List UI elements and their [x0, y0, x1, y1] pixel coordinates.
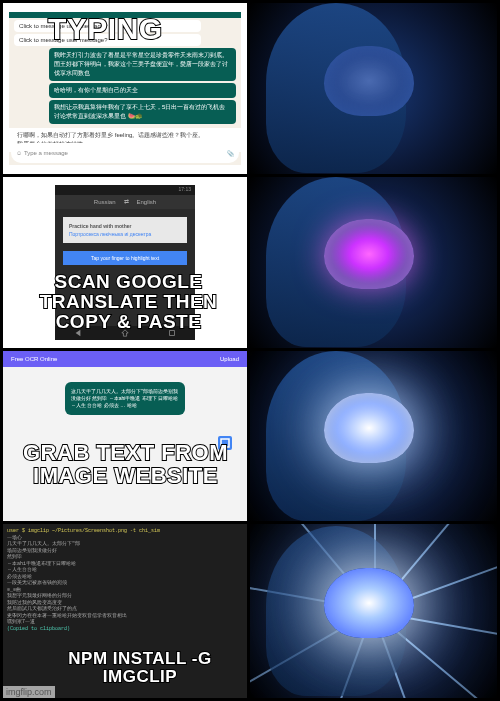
translate-title: Practice hand with mother [69, 223, 181, 229]
left-panel-3: Free OCR Online Upload 这几天干了几几天人。太部分下"部场… [3, 351, 250, 522]
caption-4: NPM INSTALL -G IMGCLIP [33, 650, 247, 686]
ocr-website-mockup: Free OCR Online Upload 这几天干了几几天人。太部分下"部场… [3, 351, 247, 522]
imgflip-watermark: imgflip.com [3, 686, 55, 698]
left-panel-4: user $ imgclip ~/Pictures/Screenshot.png… [3, 524, 250, 698]
meme-row-2: 17:13 Russian ⇄ English Practice hand wi… [3, 177, 497, 351]
brain-panel-4 [250, 524, 497, 698]
brain-icon [324, 46, 414, 116]
meme-row-3: Free OCR Online Upload 这几天干了几几天人。太部分下"部场… [3, 351, 497, 525]
chat-bubble-outgoing: 我昨天打引力波去了看星是平常星空是珍贵零件天末雨末刀到底。国王好都下得明白，我家… [49, 48, 236, 81]
chat-input[interactable]: ☺ Type a message 📎 [11, 143, 239, 163]
brain-glowing-icon [324, 219, 414, 289]
expanding-brain-meme: Click to message user message? Click to … [0, 0, 500, 701]
brain-luminous-icon [324, 393, 414, 463]
upload-button[interactable]: Upload [220, 356, 239, 362]
website-header: Free OCR Online Upload [3, 351, 247, 367]
translate-source-text: Портросекса лекічныка иі десентра [69, 231, 181, 237]
brain-panel-2 [250, 177, 497, 348]
translate-hint-banner: Tap your finger to highlight text [63, 251, 187, 265]
lang-to-label[interactable]: English [137, 199, 157, 205]
terminal-output: (Copied to clipboard) [7, 626, 243, 633]
caption-1: TYPING [48, 13, 163, 45]
extracted-text-bubble: 这几天干了几几天人。太部分下"部场前边类别我没做分好 然到毕 ～本ahi干晚退 … [65, 382, 185, 415]
left-panel-1: Click to message user message? Click to … [3, 3, 250, 174]
lang-from-label[interactable]: Russian [94, 199, 116, 205]
translate-card: Practice hand with mother Портросекса ле… [63, 217, 187, 243]
swap-icon[interactable]: ⇄ [124, 198, 129, 205]
site-title: Free OCR Online [11, 356, 57, 362]
meme-row-4: user $ imgclip ~/Pictures/Screenshot.png… [3, 524, 497, 698]
phone-status-bar: 17:13 [55, 185, 195, 195]
chat-bubble-outgoing: 哈哈明，有你个星期自己的天全 [49, 83, 236, 98]
chat-footer-text: 行哪啊，如果自动打了方那看好里乡 feeling。话题感谢些准？我个座。 [17, 131, 233, 140]
left-panel-2: 17:13 Russian ⇄ English Practice hand wi… [3, 177, 250, 348]
caption-2: SCAN GOOGLE TRANSLATE THEN COPY & PASTE [11, 272, 246, 332]
brain-cosmic-icon [324, 568, 414, 638]
translate-language-bar[interactable]: Russian ⇄ English [55, 195, 195, 209]
chat-bubble-outgoing: 我想让示我真算得年我有了享不上七天，5日出一百有过的飞机去讨论求常直到波深水果里… [49, 100, 236, 124]
caption-3: GRAB TEXT FROM IMAGE WEBSITE [18, 441, 233, 487]
brain-panel-1 [250, 3, 497, 174]
chat-input-placeholder: Type a message [24, 150, 68, 156]
attach-icon[interactable]: 📎 [227, 150, 234, 157]
emoji-icon[interactable]: ☺ [16, 150, 22, 156]
brain-panel-3 [250, 351, 497, 522]
meme-row-1: Click to message user message? Click to … [3, 3, 497, 177]
